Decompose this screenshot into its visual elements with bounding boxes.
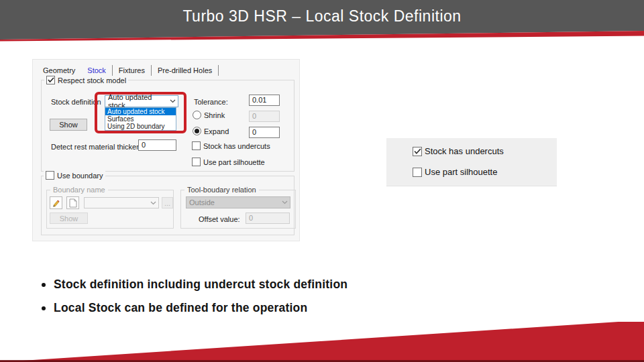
- shrink-field: 0: [249, 111, 280, 122]
- tolerance-label: Tolerance:: [194, 98, 228, 106]
- shrink-radio[interactable]: Shrink: [193, 111, 225, 119]
- use-part-silhouette-checkbox[interactable]: Use part silhouette: [192, 158, 265, 166]
- slide-header: Turbo 3D HSR – Local Stock Definition: [0, 0, 644, 42]
- checkbox-checked: [413, 147, 422, 156]
- edit-boundary-button[interactable]: [50, 196, 62, 209]
- local-stock-dialog: Geometry Stock Fixtures Pre-drilled Hole…: [32, 59, 300, 241]
- list-item: Stock definition including undercut stoc…: [39, 278, 347, 292]
- boundary-name-dropdown[interactable]: [84, 197, 159, 208]
- list-item: Local Stock can be defined for the opera…: [39, 301, 347, 315]
- expand-field[interactable]: 0: [249, 127, 280, 138]
- page-title: Turbo 3D HSR – Local Stock Definition: [0, 7, 644, 25]
- expand-label: Expand: [204, 127, 229, 135]
- dropdown-option-surfaces[interactable]: Surfaces: [105, 115, 176, 123]
- tab-stock[interactable]: Stock: [81, 65, 113, 76]
- callout-use-part-silhouette-checkbox[interactable]: Use part silhouette: [411, 167, 499, 177]
- respect-stock-model-label: Respect stock model: [58, 76, 126, 84]
- use-boundary-checkbox[interactable]: Use boundary: [44, 171, 105, 180]
- tool-boundary-relation-dropdown[interactable]: Outside: [186, 196, 290, 208]
- use-boundary-label: Use boundary: [57, 172, 103, 180]
- tab-geometry[interactable]: Geometry: [37, 65, 81, 76]
- stock-has-undercuts-label: Stock has undercuts: [203, 142, 270, 150]
- bullet-dot: [42, 306, 46, 310]
- chevron-down-icon: [279, 200, 290, 204]
- tool-boundary-relation-group-label: Tool-boudary relation: [184, 186, 259, 194]
- checkbox-unchecked: [413, 168, 422, 177]
- stock-definition-dropdown-list: Auto updated stock Surfaces Using 2D bou…: [105, 107, 176, 131]
- detect-rest-material-field[interactable]: 0: [138, 139, 176, 151]
- checkbox-unchecked: [192, 158, 201, 166]
- checkbox-unchecked: [46, 171, 54, 180]
- radio-selected: [193, 127, 201, 135]
- dropdown-option-using-2d-boundary[interactable]: Using 2D boundary: [105, 123, 176, 130]
- tab-pre-drilled-holes[interactable]: Pre-drilled Holes: [152, 65, 219, 76]
- shrink-label: Shrink: [204, 111, 225, 119]
- boundary-name-group-label: Boundary name: [50, 186, 108, 194]
- respect-stock-model-checkbox[interactable]: Respect stock model: [44, 76, 128, 84]
- checkbox-checked: [46, 76, 55, 84]
- footer-swoosh-graphic: [0, 322, 644, 362]
- pencil-icon: [52, 198, 60, 207]
- expand-radio[interactable]: Expand: [193, 127, 229, 135]
- checkbox-unchecked: [192, 141, 201, 150]
- tolerance-field[interactable]: 0.01: [249, 95, 280, 106]
- offset-value-field: 0: [246, 213, 290, 224]
- show-stock-button[interactable]: Show: [50, 119, 87, 131]
- callout-use-part-silhouette-label: Use part silhouette: [425, 167, 497, 177]
- chevron-down-icon: [167, 99, 178, 103]
- bullet-text: Local Stock can be defined for the opera…: [54, 301, 307, 315]
- offset-value-label: Offset value:: [199, 215, 240, 223]
- browse-boundary-button[interactable]: ...: [162, 197, 173, 208]
- tab-fixtures[interactable]: Fixtures: [113, 65, 152, 76]
- undercuts-callout-box: Stock has undercuts Use part silhouette: [386, 138, 557, 186]
- chevron-down-icon: [148, 201, 158, 205]
- use-part-silhouette-label: Use part silhouette: [203, 158, 265, 166]
- dialog-tab-bar: Geometry Stock Fixtures Pre-drilled Hole…: [37, 64, 219, 76]
- dropdown-option-auto-updated-stock[interactable]: Auto updated stock: [105, 108, 176, 115]
- stock-has-undercuts-checkbox[interactable]: Stock has undercuts: [192, 141, 270, 150]
- bullet-text: Stock definition including undercut stoc…: [54, 278, 347, 292]
- callout-stock-has-undercuts-checkbox[interactable]: Stock has undercuts: [411, 146, 506, 156]
- callout-stock-has-undercuts-label: Stock has undercuts: [425, 146, 504, 156]
- show-boundary-button[interactable]: Show: [50, 213, 88, 224]
- check-icon: [414, 148, 421, 155]
- tool-boundary-relation-value: Outside: [186, 198, 279, 206]
- document-icon: [69, 198, 77, 208]
- slide-footer: The unique, revolutionary Milling Techno…: [0, 322, 644, 362]
- slide: Turbo 3D HSR – Local Stock Definition Ge…: [0, 0, 644, 362]
- new-boundary-button[interactable]: [66, 196, 79, 209]
- bullet-dot: [42, 283, 46, 287]
- bullet-list: Stock definition including undercut stoc…: [39, 278, 347, 324]
- radio-unselected: [193, 111, 201, 119]
- stock-definition-dropdown[interactable]: Auto updated stock: [105, 95, 178, 107]
- stock-definition-label: Stock definition: [51, 98, 101, 106]
- check-icon: [48, 77, 54, 83]
